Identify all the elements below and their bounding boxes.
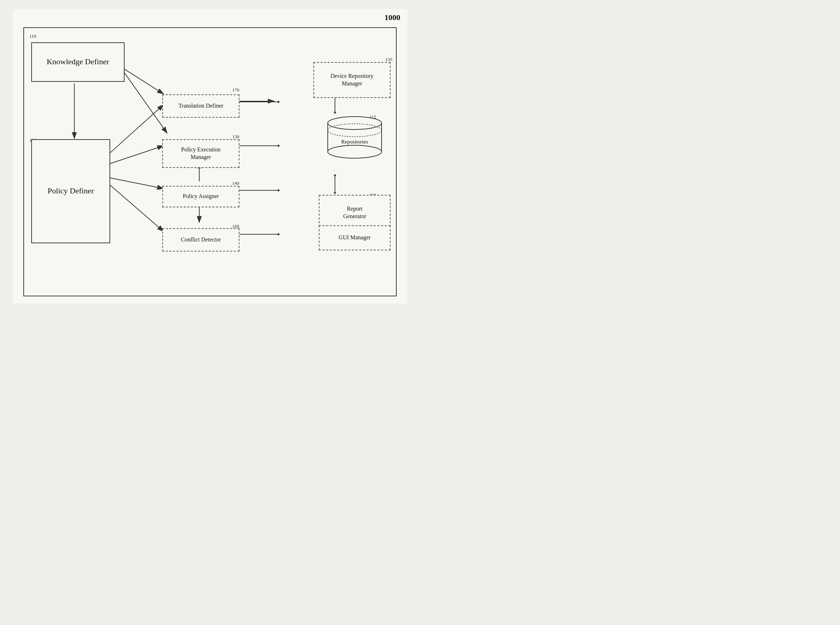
svg-point-34 [328, 117, 382, 129]
page: 1000 [12, 9, 407, 303]
ref-170: 170 [232, 87, 240, 93]
svg-marker-17 [278, 100, 280, 103]
outer-border: 110 Knowledge Definer 120 Policy Definer… [23, 27, 397, 296]
conflict-detector-label: Conflict Detector [181, 236, 221, 244]
ref-135: 135 [385, 57, 393, 62]
gui-manager-label: GUI Manager [338, 234, 371, 241]
policy-definer-box: Policy Definer [31, 139, 110, 243]
svg-marker-26 [278, 233, 280, 235]
svg-line-6 [110, 146, 163, 163]
svg-line-4 [124, 73, 167, 133]
svg-marker-23 [278, 189, 280, 191]
svg-marker-31 [334, 174, 337, 176]
knowledge-definer-box: Knowledge Definer [31, 42, 125, 82]
repositories-cylinder: Repositories [324, 114, 385, 161]
policy-execution-manager-label: Policy ExecutionManager [181, 146, 221, 161]
svg-marker-20 [278, 144, 280, 147]
device-repository-manager-label: Device RepositoryManager [330, 73, 374, 87]
device-repository-manager-box: Device RepositoryManager [313, 62, 391, 98]
ref-110: 110 [30, 33, 36, 39]
report-generator-label: ReportGenerator [343, 205, 366, 220]
svg-line-7 [110, 177, 163, 188]
svg-marker-29 [334, 112, 337, 114]
policy-execution-manager-box: Policy ExecutionManager [162, 139, 240, 168]
svg-point-35 [328, 145, 382, 158]
svg-line-3 [124, 69, 163, 94]
gui-manager-box: GUI Manager [319, 225, 391, 250]
svg-line-5 [110, 104, 163, 152]
translation-definer-box: Translation Definer [162, 94, 240, 118]
policy-definer-label: Policy Definer [48, 186, 94, 196]
translation-definer-label: Translation Definer [178, 102, 223, 110]
conflict-detector-box: Conflict Detector [162, 228, 240, 252]
knowledge-definer-label: Knowledge Definer [47, 57, 109, 67]
policy-assigner-label: Policy Assigner [183, 193, 219, 200]
page-number: 1000 [385, 13, 400, 22]
svg-marker-32 [334, 192, 337, 194]
policy-assigner-box: Policy Assigner [162, 186, 240, 207]
ref-130: 130 [232, 134, 240, 140]
svg-line-8 [110, 185, 163, 231]
svg-text:Repositories: Repositories [341, 139, 368, 145]
ref-140: 140 [232, 180, 240, 186]
